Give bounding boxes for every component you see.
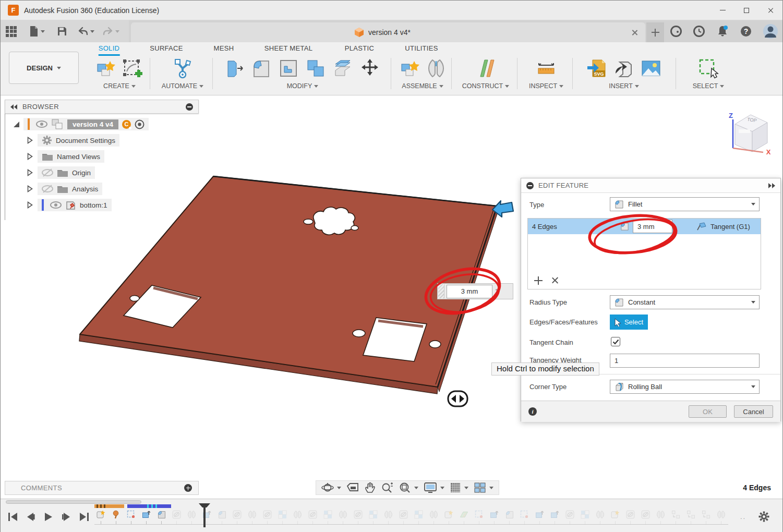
redo-button[interactable] [102, 27, 119, 36]
document-tab-close-icon[interactable] [631, 29, 638, 36]
timeline-feature-joint-icon[interactable] [656, 510, 666, 519]
timeline-feature-sketch-icon[interactable] [126, 510, 136, 519]
minimize-button[interactable] [710, 1, 734, 20]
create-group-label[interactable]: CREATE [103, 82, 136, 90]
timeline-feature-combine-icon[interactable] [278, 510, 287, 519]
dialog-dock-icon[interactable] [768, 183, 775, 188]
save-button[interactable] [57, 26, 67, 37]
collapsed-triangle-icon[interactable] [27, 185, 33, 192]
automate-group-label[interactable]: AUTOMATE [162, 82, 203, 90]
collapse-panel-icon[interactable] [10, 104, 17, 110]
collapsed-triangle-icon[interactable] [27, 153, 33, 160]
corner-type-dropdown[interactable]: Rolling Ball [610, 380, 760, 394]
timeline-feature-link-icon[interactable] [399, 510, 408, 519]
timeline-feature-link-icon[interactable] [308, 510, 318, 519]
insert-derive-icon[interactable] [612, 57, 635, 80]
tab-sheet-metal[interactable]: SHEET METAL [264, 44, 312, 54]
create-solid-icon[interactable] [94, 57, 117, 80]
browser-item-analysis[interactable]: Analysis [5, 183, 199, 195]
tab-utilities[interactable]: UTILITIES [405, 44, 438, 54]
visibility-eye-icon[interactable] [36, 120, 47, 128]
radius-dimension-input[interactable] [447, 285, 492, 298]
notifications-icon[interactable] [716, 25, 729, 38]
construct-group-label[interactable]: CONSTRUCT [462, 82, 509, 90]
timeline-group-bar-blue[interactable] [127, 504, 171, 508]
insert-canvas-icon[interactable] [640, 57, 662, 80]
tangency-weight-input[interactable] [610, 354, 760, 368]
timeline-feature-joint-icon[interactable] [383, 510, 393, 519]
timeline-feature-sketch-icon[interactable] [474, 510, 484, 519]
fit-button[interactable] [399, 482, 418, 493]
timeline-group-bar-orange[interactable] [94, 504, 124, 508]
move-copy-icon[interactable] [358, 57, 381, 80]
browser-item-named-views[interactable]: Named Views [5, 150, 199, 163]
tab-solid[interactable]: SOLID [99, 44, 120, 56]
timeline-feature-pin-icon[interactable] [111, 510, 121, 519]
timeline-feature-extrude-icon[interactable] [535, 510, 545, 519]
job-status-icon[interactable] [670, 25, 682, 38]
timeline-feature-combine-icon[interactable] [323, 510, 333, 519]
dialog-collapse-icon[interactable] [526, 182, 534, 189]
create-sketch-icon[interactable] [122, 57, 144, 80]
browser-item-document-settings[interactable]: Document Settings [5, 134, 199, 147]
activate-component-radio-icon[interactable] [135, 119, 144, 129]
select-edges-button[interactable]: Select [610, 315, 648, 330]
tab-mesh[interactable]: MESH [214, 44, 234, 54]
add-comment-icon[interactable] [184, 484, 192, 492]
automate-icon[interactable] [171, 57, 194, 80]
timeline-feature-link-icon[interactable] [172, 510, 182, 519]
timeline-feature-joint-icon[interactable] [429, 510, 439, 519]
timeline-feature-fillet-icon[interactable] [217, 510, 227, 519]
widget-options-dots[interactable] [496, 289, 497, 294]
document-tab[interactable]: version 4 v4* [131, 22, 645, 42]
cancel-button[interactable]: Cancel [734, 405, 773, 418]
timeline-feature-move-icon[interactable] [671, 510, 681, 519]
add-edge-set-button[interactable] [534, 276, 543, 285]
pan-button[interactable] [364, 482, 376, 493]
timeline-feature-extrude-icon[interactable] [141, 510, 151, 519]
timeline-feature-link-icon[interactable] [353, 510, 363, 519]
app-grid-button[interactable] [6, 26, 17, 37]
new-document-tab-button[interactable] [646, 22, 664, 42]
info-icon[interactable]: i [528, 407, 537, 416]
new-component-icon[interactable] [399, 57, 421, 80]
tangent-chain-checkbox[interactable] [611, 337, 620, 346]
design-workspace-dropdown[interactable]: DESIGN [9, 52, 79, 84]
timeline-settings-gear-icon[interactable] [758, 511, 770, 523]
grid-snap-button[interactable] [450, 482, 468, 493]
remove-edge-set-button[interactable] [551, 276, 559, 284]
joint-icon[interactable] [426, 57, 447, 80]
browser-root-label[interactable]: version 4 v4 [67, 119, 118, 129]
fillet-icon[interactable] [250, 57, 273, 80]
history-icon[interactable] [693, 25, 705, 38]
visibility-off-eye-icon[interactable] [42, 168, 53, 177]
timeline-feature-extrude-icon[interactable] [550, 510, 560, 519]
visibility-eye-icon[interactable] [50, 201, 62, 209]
timeline-feature-link-icon[interactable] [641, 510, 651, 519]
timeline-feature-move-icon[interactable] [686, 510, 696, 519]
component-color-badge[interactable]: C [122, 120, 131, 129]
browser-item-origin[interactable]: Origin [5, 166, 199, 179]
collapsed-triangle-icon[interactable] [27, 201, 33, 209]
orbit-button[interactable] [321, 482, 341, 493]
timeline-feature-component-icon[interactable] [96, 510, 106, 519]
collapsed-triangle-icon[interactable] [27, 169, 33, 176]
timeline-feature-plane-icon[interactable] [459, 510, 469, 519]
look-at-button[interactable] [346, 482, 359, 493]
measure-icon[interactable] [535, 57, 558, 80]
radius-type-dropdown[interactable]: Constant [610, 295, 760, 309]
insert-svg-icon[interactable]: SVG [585, 57, 608, 80]
radius-value-input[interactable] [633, 220, 672, 233]
viewports-button[interactable] [474, 482, 493, 493]
timeline-feature-extrude-icon[interactable] [489, 510, 499, 519]
tab-surface[interactable]: SURFACE [150, 44, 183, 54]
timeline-feature-link-icon[interactable] [625, 510, 635, 519]
inspect-group-label[interactable]: INSPECT [529, 82, 563, 90]
timeline-feature-joint-icon[interactable] [293, 510, 303, 519]
combine-icon[interactable] [304, 57, 327, 80]
timeline-feature-component-icon[interactable] [444, 510, 454, 519]
zoom-button[interactable] [381, 482, 393, 493]
collapsed-triangle-icon[interactable] [27, 137, 33, 144]
timeline-feature-combine-icon[interactable] [414, 510, 424, 519]
edge-set-row[interactable]: 4 Edges Tangent (G1) [528, 219, 761, 234]
